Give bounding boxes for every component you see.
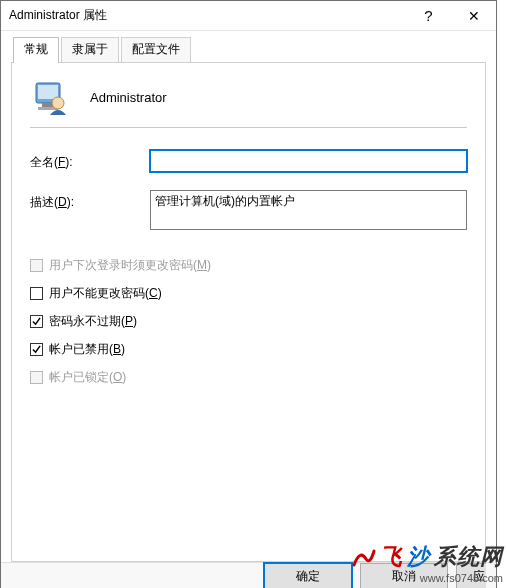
ok-button[interactable]: 确定 xyxy=(264,563,352,588)
checkbox-account-disabled[interactable] xyxy=(30,343,43,356)
check-must-change-password: 用户下次登录时须更改密码(M) xyxy=(30,251,467,279)
description-input[interactable] xyxy=(150,190,467,230)
check-label-account-locked: 帐户已锁定(O) xyxy=(49,369,126,386)
checkbox-never-expires[interactable] xyxy=(30,315,43,328)
check-account-locked: 帐户已锁定(O) xyxy=(30,363,467,391)
description-label-end: ): xyxy=(67,195,74,209)
fullname-label: 全名(F): xyxy=(30,150,150,171)
properties-dialog: Administrator 属性 ? ✕ 常规 隶属于 配置文件 xyxy=(0,0,497,588)
check-password-never-expires[interactable]: 密码永不过期(P) xyxy=(30,307,467,335)
titlebar: Administrator 属性 ? ✕ xyxy=(1,1,496,31)
fullname-label-text: 全名( xyxy=(30,155,58,169)
tab-panel-general: Administrator 全名(F): 描述(D): xyxy=(11,62,486,562)
tab-member-of[interactable]: 隶属于 xyxy=(61,37,119,62)
button-bar: 确定 取消 应 xyxy=(1,562,496,588)
apply-button[interactable]: 应 xyxy=(456,563,486,588)
close-button[interactable]: ✕ xyxy=(451,1,496,31)
tab-profile[interactable]: 配置文件 xyxy=(121,37,191,62)
user-icon xyxy=(30,77,70,117)
content-area: 常规 隶属于 配置文件 Administrator xyxy=(1,31,496,562)
fullname-label-end: ): xyxy=(65,155,72,169)
field-row-fullname: 全名(F): xyxy=(30,150,467,172)
checkbox-cannot-change[interactable] xyxy=(30,287,43,300)
description-label: 描述(D): xyxy=(30,190,150,211)
description-access-key: D xyxy=(58,195,67,209)
checkbox-must-change xyxy=(30,259,43,272)
checkbox-group: 用户下次登录时须更改密码(M) 用户不能更改密码(C) xyxy=(30,251,467,391)
fullname-input[interactable] xyxy=(150,150,467,172)
check-label-never-expires: 密码永不过期(P) xyxy=(49,313,137,330)
user-name: Administrator xyxy=(90,90,167,105)
tab-general[interactable]: 常规 xyxy=(13,37,59,63)
help-button[interactable]: ? xyxy=(406,1,451,31)
tab-strip: 常规 隶属于 配置文件 xyxy=(11,39,486,62)
user-header: Administrator xyxy=(30,77,467,117)
checkbox-account-locked xyxy=(30,371,43,384)
check-label-account-disabled: 帐户已禁用(B) xyxy=(49,341,125,358)
check-label-cannot-change: 用户不能更改密码(C) xyxy=(49,285,162,302)
description-label-text: 描述( xyxy=(30,195,58,209)
svg-point-4 xyxy=(52,97,64,109)
separator xyxy=(30,127,467,128)
field-row-description: 描述(D): xyxy=(30,190,467,233)
check-cannot-change-password[interactable]: 用户不能更改密码(C) xyxy=(30,279,467,307)
check-account-disabled[interactable]: 帐户已禁用(B) xyxy=(30,335,467,363)
svg-rect-1 xyxy=(38,85,58,99)
check-label-must-change: 用户下次登录时须更改密码(M) xyxy=(49,257,211,274)
cancel-button[interactable]: 取消 xyxy=(360,563,448,588)
window-title: Administrator 属性 xyxy=(9,7,406,24)
